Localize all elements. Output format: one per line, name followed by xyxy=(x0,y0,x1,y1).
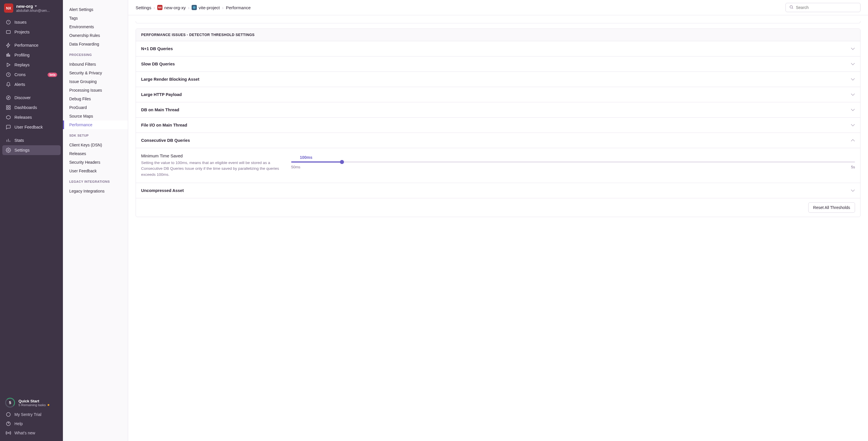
slider-track[interactable] xyxy=(291,161,855,163)
acc-head-uncompressed[interactable]: Uncompressed Asset xyxy=(136,183,860,198)
acc-head-n1-db[interactable]: N+1 DB Queries xyxy=(136,41,860,56)
releases-icon xyxy=(6,115,11,120)
chevron-right-icon: › xyxy=(222,5,224,10)
acc-head-large-http[interactable]: Large HTTP Payload xyxy=(136,87,860,102)
org-switcher[interactable]: NX new-org abdullah.khun@sen... xyxy=(0,0,63,16)
acc-head-slow-db[interactable]: Slow DB Queries xyxy=(136,57,860,71)
settings-heading-processing: Processing xyxy=(63,50,128,58)
crons-icon xyxy=(6,72,11,77)
nav-alerts[interactable]: Alerts xyxy=(2,79,61,89)
quick-start[interactable]: 5 Quick Start 5 Remaining tasks xyxy=(2,396,61,410)
replays-icon xyxy=(6,62,11,67)
nav-performance[interactable]: Performance xyxy=(2,40,61,50)
svg-point-12 xyxy=(8,433,9,434)
settings-debug-files[interactable]: Debug Files xyxy=(63,95,128,103)
settings-user-feedback[interactable]: User Feedback xyxy=(63,167,128,175)
org-name: new-org xyxy=(16,4,33,9)
quick-start-progress-icon: 5 xyxy=(5,398,15,408)
chevron-down-icon xyxy=(851,108,855,112)
breadcrumb-settings[interactable]: Settings xyxy=(135,5,151,10)
settings-client-keys[interactable]: Client Keys (DSN) xyxy=(63,141,128,149)
acc-slow-db: Slow DB Queries xyxy=(136,57,860,72)
footer-help[interactable]: Help xyxy=(2,419,61,428)
chevron-down-icon xyxy=(851,47,855,51)
chevron-right-icon: › xyxy=(188,5,189,10)
svg-rect-5 xyxy=(6,105,8,107)
panel-heading: Performance Issues - Detector Threshold … xyxy=(136,29,860,41)
settings-heading-sdk: SDK Setup xyxy=(63,131,128,139)
settings-security-privacy[interactable]: Security & Privacy xyxy=(63,69,128,77)
acc-head-consecutive[interactable]: Consecutive DB Queries xyxy=(136,133,860,148)
svg-point-9 xyxy=(8,149,9,151)
footer-trial[interactable]: My Sentry Trial xyxy=(2,410,61,419)
nav-crons[interactable]: Crons beta xyxy=(2,70,61,79)
slider-max: 5s xyxy=(851,165,855,169)
alerts-icon xyxy=(6,82,11,87)
footer-whats-new[interactable]: What's new xyxy=(2,428,61,438)
reset-all-button[interactable]: Reset All Thresholds xyxy=(808,202,855,213)
nav-user-feedback[interactable]: User Feedback xyxy=(2,122,61,132)
nav-dashboards[interactable]: Dashboards xyxy=(2,103,61,112)
chevron-down-icon xyxy=(851,93,855,97)
broadcast-icon xyxy=(6,430,11,436)
slider-thumb[interactable] xyxy=(340,160,344,164)
settings-performance[interactable]: Performance xyxy=(63,121,128,129)
topbar: Settings › NX new-org-xy › vite-project … xyxy=(128,0,868,15)
nav-issues[interactable]: Issues xyxy=(2,17,61,27)
svg-rect-1 xyxy=(6,31,10,34)
svg-point-13 xyxy=(194,7,194,8)
acc-large-render: Large Render Blocking Asset xyxy=(136,72,860,87)
settings-security-headers[interactable]: Security Headers xyxy=(63,158,128,167)
settings-inbound-filters[interactable]: Inbound Filters xyxy=(63,60,128,69)
acc-db-main: DB on Main Thread xyxy=(136,102,860,117)
settings-environments[interactable]: Environments xyxy=(63,23,128,31)
user-feedback-icon xyxy=(6,125,11,130)
breadcrumb-project[interactable]: vite-project xyxy=(198,5,220,10)
svg-rect-7 xyxy=(6,108,8,109)
nav-discover[interactable]: Discover xyxy=(2,93,61,103)
settings-data-forwarding[interactable]: Data Forwarding xyxy=(63,40,128,48)
field-title: Minimum Time Saved xyxy=(141,154,280,158)
svg-rect-6 xyxy=(9,105,10,107)
dashboards-icon xyxy=(6,105,11,110)
quick-start-title: Quick Start xyxy=(19,399,49,403)
nav-sidebar: NX new-org abdullah.khun@sen... Issues P… xyxy=(0,0,63,441)
settings-issue-grouping[interactable]: Issue Grouping xyxy=(63,77,128,86)
settings-processing-issues[interactable]: Processing Issues xyxy=(63,86,128,95)
acc-uncompressed: Uncompressed Asset xyxy=(136,183,860,198)
svg-marker-2 xyxy=(7,63,10,67)
nav-settings[interactable]: Settings xyxy=(2,145,61,155)
breadcrumb-project-icon xyxy=(192,5,197,10)
settings-legacy-integrations[interactable]: Legacy Integrations xyxy=(63,187,128,196)
settings-proguard[interactable]: ProGuard xyxy=(63,103,128,112)
nav-replays[interactable]: Replays xyxy=(2,60,61,70)
chevron-up-icon xyxy=(851,138,855,142)
acc-head-large-render[interactable]: Large Render Blocking Asset xyxy=(136,72,860,87)
nav-profiling[interactable]: Profiling xyxy=(2,50,61,60)
slider-value: 100ms xyxy=(300,155,855,160)
search-input[interactable] xyxy=(796,5,857,10)
svg-rect-8 xyxy=(9,108,10,109)
breadcrumb-org[interactable]: new-org-xy xyxy=(164,5,186,10)
svg-point-4 xyxy=(6,96,10,100)
quick-start-sub: 5 Remaining tasks xyxy=(19,403,49,407)
acc-head-db-main[interactable]: DB on Main Thread xyxy=(136,102,860,117)
breadcrumb: Settings › NX new-org-xy › vite-project … xyxy=(135,5,780,10)
acc-large-http: Large HTTP Payload xyxy=(136,87,860,102)
profiling-icon xyxy=(6,53,11,58)
settings-sidebar: Alert Settings Tags Environments Ownersh… xyxy=(63,0,128,441)
search-box[interactable] xyxy=(785,3,861,12)
detector-panel: Performance Issues - Detector Threshold … xyxy=(135,29,861,217)
chevron-down-icon xyxy=(851,62,855,66)
nav-releases[interactable]: Releases xyxy=(2,112,61,122)
settings-releases[interactable]: Releases xyxy=(63,149,128,158)
threshold-slider[interactable]: 100ms 50ms 5s xyxy=(291,154,855,169)
acc-head-file-io[interactable]: File I/O on Main Thread xyxy=(136,117,860,133)
settings-alert-settings[interactable]: Alert Settings xyxy=(63,5,128,14)
nav-stats[interactable]: Stats xyxy=(2,135,61,145)
settings-source-maps[interactable]: Source Maps xyxy=(63,112,128,121)
settings-tags[interactable]: Tags xyxy=(63,14,128,23)
nav-projects[interactable]: Projects xyxy=(2,27,61,37)
settings-ownership-rules[interactable]: Ownership Rules xyxy=(63,31,128,40)
performance-icon xyxy=(6,43,11,48)
